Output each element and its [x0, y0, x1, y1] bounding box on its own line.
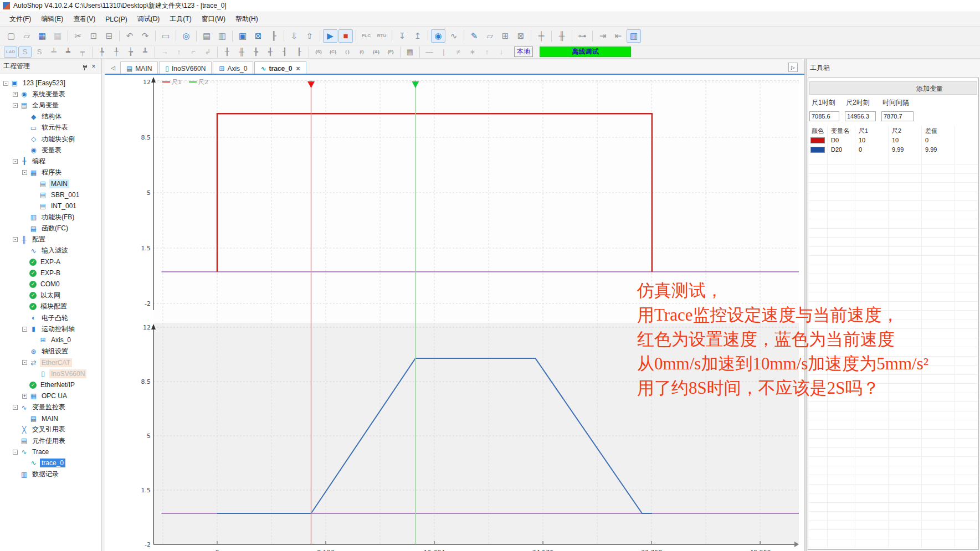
tree-item--[interactable]: +◉系统变量表 [0, 89, 101, 100]
tree-item--[interactable]: -▮运动控制轴 [0, 323, 101, 334]
tree-item--[interactable]: ▤元件使用表 [0, 435, 101, 446]
up-branch-icon[interactable]: ↑ [480, 47, 494, 58]
vline-icon[interactable]: | [437, 47, 450, 58]
tree-expander-icon[interactable]: - [22, 360, 27, 365]
upload-icon[interactable]: ↥ [411, 29, 425, 43]
var-table-cell[interactable]: 9.99 [925, 146, 937, 153]
tree-item--[interactable]: ◆结构体 [0, 111, 101, 122]
tree-item--fc-[interactable]: ▤函数(FC) [0, 223, 101, 234]
tree-item-trace_0[interactable]: ∿trace_0 [0, 457, 101, 468]
tree-item-opc-ua[interactable]: +▦OPC UA [0, 390, 101, 401]
menu-item-5[interactable]: 工具(T) [165, 13, 196, 25]
redo-icon[interactable]: ↷ [138, 29, 152, 43]
tab-main[interactable]: ▤MAIN [120, 61, 158, 75]
cascade-windows-icon[interactable]: ▣ [235, 29, 250, 43]
var-table-cell[interactable]: 0 [859, 146, 862, 153]
tree-item--[interactable]: ◐电子凸轮 [0, 312, 101, 323]
jump-out-icon[interactable]: ⇤ [611, 29, 625, 43]
plc-download-icon[interactable]: PLC [359, 29, 373, 43]
download-icon[interactable]: ↧ [395, 29, 409, 43]
connect-device-icon[interactable]: ⊶ [575, 29, 589, 43]
window-layout-icon[interactable]: ▥ [627, 29, 641, 43]
tree-item-int_001[interactable]: ▤INT_001 [0, 200, 101, 212]
ruler2-time-field[interactable]: 14956.3 [845, 111, 876, 121]
rung-line-icon[interactable]: ┻ [138, 47, 152, 58]
export-file-icon[interactable]: ⇧ [302, 29, 317, 43]
tree-item--[interactable]: ◉变量表 [0, 145, 101, 156]
tab-scroll-left-icon[interactable]: ◁ [108, 63, 118, 73]
open-project-icon[interactable]: ▱ [19, 29, 34, 43]
tree-item--[interactable]: ⊛轴组设置 [0, 346, 101, 357]
tree-item-main[interactable]: ▤MAIN [0, 413, 101, 424]
ruler1-time-field[interactable]: 7085.6 [809, 111, 839, 121]
sfc-mode-icon[interactable]: S [18, 47, 32, 58]
write-mode-icon[interactable]: ✎ [467, 29, 481, 43]
contact-falling-icon[interactable]: ╉ [264, 47, 277, 58]
tree-item-trace[interactable]: -∿Trace [0, 446, 101, 457]
jump-in-icon[interactable]: ⇥ [596, 29, 610, 43]
rung-insert-icon[interactable]: ╆ [124, 47, 137, 58]
var-table-cell[interactable]: 0 [925, 137, 928, 143]
rung-add-icon[interactable]: ╄ [95, 47, 109, 58]
menu-item-6[interactable]: 窗口(W) [197, 13, 230, 25]
line-corner-icon[interactable]: ⌐ [187, 47, 200, 58]
contact-neg-icon[interactable]: ┠ [293, 47, 306, 58]
tree-item-axis_0[interactable]: ⊞Axis_0 [0, 334, 101, 346]
menu-item-7[interactable]: 帮助(H) [230, 13, 263, 25]
delete-line-icon[interactable]: ≠ [451, 47, 465, 58]
tree-expander-icon[interactable]: - [13, 405, 18, 410]
run-icon[interactable]: ▶ [323, 29, 337, 43]
rung-branch-icon[interactable]: ╀ [110, 47, 123, 58]
tree-item--[interactable]: ▥数据记录 [0, 469, 101, 480]
find-icon[interactable]: ◎ [179, 29, 193, 43]
oscilloscope-icon[interactable]: ∿ [447, 29, 461, 43]
tree-item--[interactable]: ◇功能块实例 [0, 133, 101, 145]
contact-closed-icon[interactable]: ╫ [235, 47, 248, 58]
tree-item--[interactable]: -▦程序块 [0, 167, 101, 178]
print-icon[interactable]: ▤ [199, 29, 214, 43]
tree-expander-icon[interactable]: - [13, 237, 18, 242]
tab-axis_0[interactable]: ⊞Axis_0 [213, 61, 253, 75]
line-right-icon[interactable]: → [158, 47, 171, 58]
copy-icon[interactable]: ⊡ [86, 29, 101, 43]
stop-icon[interactable]: ■ [338, 29, 353, 43]
tab-close-icon[interactable]: × [296, 65, 300, 73]
tree-expander-icon[interactable]: - [3, 81, 8, 86]
tree-item-ethernet-ip[interactable]: ✓EtherNet/IP [0, 379, 101, 390]
hline-icon[interactable]: — [423, 47, 436, 58]
paste-icon[interactable]: ⊟ [102, 29, 116, 43]
tree-item--[interactable]: ▭软元件表 [0, 122, 101, 133]
compile-all-icon[interactable]: ⊠ [514, 29, 528, 43]
tree-item--[interactable]: -▤全局变量 [0, 100, 101, 111]
line-up-icon[interactable]: ↑ [172, 47, 186, 58]
save-icon[interactable]: ▦ [35, 29, 49, 43]
application-instruction-icon[interactable]: {A} [370, 47, 383, 58]
import-file-icon[interactable]: ⇩ [287, 29, 301, 43]
add-variable-button[interactable]: 添加变量 [809, 81, 977, 95]
contact-pos-icon[interactable]: ┨ [278, 47, 291, 58]
instruction-table-icon[interactable]: ▦ [403, 47, 417, 58]
tree-item--[interactable]: ∿输入滤波 [0, 245, 101, 256]
tree-item--fb-[interactable]: ▥功能块(FB) [0, 212, 101, 223]
tree-item-inosv660n[interactable]: ▯InoSV660N [0, 368, 101, 379]
menu-item-3[interactable]: PLC(P) [100, 14, 132, 25]
var-table-cell[interactable]: 10 [892, 137, 899, 143]
pin-icon[interactable] [80, 62, 89, 71]
menu-item-4[interactable]: 调试(D) [132, 13, 165, 25]
reset-coil-icon[interactable]: {C} [326, 47, 340, 58]
ground-icon[interactable]: ╧ [47, 47, 60, 58]
edit-mode-icon[interactable]: ▱ [483, 29, 497, 43]
menu-item-2[interactable]: 查看(V) [68, 13, 100, 25]
output-coil-icon[interactable]: ( ) [341, 47, 354, 58]
new-file-icon[interactable]: ▢ [4, 29, 18, 43]
tree-expander-icon[interactable]: - [13, 103, 18, 108]
line-down-icon[interactable]: ↲ [201, 47, 214, 58]
cut-icon[interactable]: ✂ [71, 29, 85, 43]
coil-light-icon[interactable]: ┯ [76, 47, 89, 58]
var-table-cell[interactable]: D20 [831, 146, 842, 153]
undo-icon[interactable]: ↶ [122, 29, 137, 43]
coil-dark-icon[interactable]: ┷ [61, 47, 75, 58]
tree-expander-icon[interactable]: + [13, 92, 18, 97]
tree-item--[interactable]: ✓模块配置 [0, 301, 101, 312]
tree-expander-icon[interactable]: + [22, 394, 27, 399]
